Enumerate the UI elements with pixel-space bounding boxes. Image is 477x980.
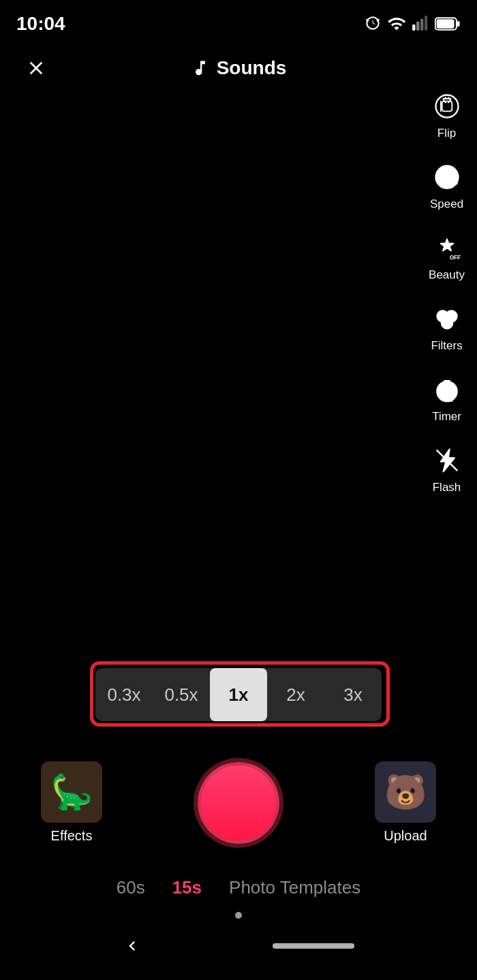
back-chevron-icon (123, 936, 142, 955)
music-note-icon (191, 59, 210, 78)
flip-label: Flip (437, 127, 456, 140)
flip-icon (432, 91, 462, 121)
beauty-control[interactable]: OFF Beauty (429, 230, 465, 282)
flash-icon-wrap (429, 443, 465, 478)
svg-text:OFF: OFF (449, 255, 461, 261)
speed-selector: 0.3x 0.5x 1x 2x 3x (95, 668, 382, 721)
alarm-icon (364, 15, 382, 33)
svg-text:3: 3 (449, 396, 452, 403)
top-bar: Sounds (0, 41, 477, 95)
speed-option-1x[interactable]: 1x (210, 668, 267, 721)
speed-icon: ON (432, 162, 462, 192)
upload-label: Upload (384, 828, 427, 844)
nav-bar (0, 926, 477, 966)
filters-control[interactable]: Filters (429, 301, 465, 353)
right-controls: Flip ON Speed OFF Beauty (429, 89, 465, 494)
beauty-icon: OFF (432, 233, 462, 263)
upload-thumbnail: 🐻 (375, 761, 436, 823)
status-time: 10:04 (16, 13, 65, 35)
effects-thumbnail: 🦕 (41, 761, 102, 823)
battery-icon (435, 16, 461, 31)
timer-icon-wrap: 3 (429, 372, 465, 407)
speed-option-3x[interactable]: 3x (324, 668, 382, 721)
dot-indicator (0, 912, 477, 919)
effects-thumb-image: 🦕 (41, 761, 102, 823)
speed-icon-wrap: ON (429, 159, 465, 195)
speed-option-0.3x[interactable]: 0.3x (95, 668, 153, 721)
svg-rect-1 (416, 22, 419, 31)
speed-selector-wrapper: 0.3x 0.5x 1x 2x 3x (95, 668, 382, 721)
speed-option-2x[interactable]: 2x (267, 668, 324, 721)
tab-photo-templates[interactable]: Photo Templates (229, 877, 360, 898)
svg-point-9 (445, 176, 448, 179)
wifi-icon (387, 14, 406, 33)
flash-icon (432, 445, 462, 475)
close-button[interactable] (19, 51, 53, 85)
indicator-dot (235, 912, 242, 919)
effects-label: Effects (51, 828, 93, 844)
back-button[interactable] (123, 936, 142, 955)
upload-button[interactable]: 🐻 Upload (375, 761, 436, 844)
record-button[interactable] (198, 762, 279, 844)
tab-60s[interactable]: 60s (117, 877, 145, 898)
status-bar: 10:04 (0, 0, 477, 41)
speed-control[interactable]: ON Speed (429, 159, 465, 211)
sounds-label-text: Sounds (217, 57, 287, 79)
bottom-controls: 🦕 Effects 🐻 Upload (0, 761, 477, 844)
status-icons (364, 14, 461, 33)
svg-rect-2 (420, 18, 423, 30)
svg-rect-3 (425, 16, 427, 31)
flip-control[interactable]: Flip (429, 89, 465, 140)
record-button-wrapper[interactable] (198, 762, 279, 844)
timer-control[interactable]: 3 Timer (429, 372, 465, 424)
speed-selector-container: 0.3x 0.5x 1x 2x 3x (0, 668, 477, 721)
flash-label: Flash (433, 481, 461, 494)
filters-label: Filters (431, 339, 462, 353)
signal-icon (412, 15, 429, 33)
timer-label: Timer (432, 410, 461, 424)
home-indicator (273, 943, 354, 949)
flip-icon-wrap (429, 89, 465, 124)
flash-control[interactable]: Flash (429, 443, 465, 494)
duration-tabs: 60s 15s Photo Templates (0, 877, 477, 898)
beauty-icon-wrap: OFF (429, 230, 465, 266)
filters-icon (432, 304, 462, 334)
effects-button[interactable]: 🦕 Effects (41, 761, 102, 844)
timer-icon: 3 (432, 375, 462, 405)
svg-point-14 (441, 317, 452, 329)
svg-rect-5 (437, 19, 455, 29)
sounds-header: Sounds (191, 57, 287, 79)
filters-icon-wrap (429, 301, 465, 336)
speed-label: Speed (430, 197, 463, 211)
svg-text:ON: ON (449, 180, 457, 186)
beauty-label: Beauty (429, 268, 465, 282)
svg-rect-0 (412, 25, 415, 31)
speed-option-0.5x[interactable]: 0.5x (153, 668, 210, 721)
svg-rect-6 (457, 21, 460, 27)
tab-15s[interactable]: 15s (172, 877, 202, 898)
